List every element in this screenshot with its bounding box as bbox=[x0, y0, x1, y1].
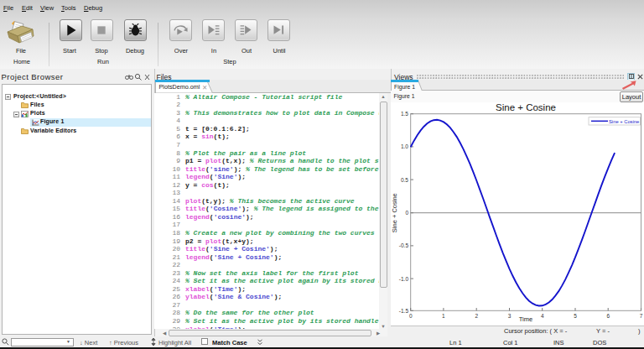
svg-text:6: 6 bbox=[606, 313, 610, 319]
svg-text:1.0: 1.0 bbox=[401, 143, 408, 149]
svg-text:Sine + Cosine: Sine + Cosine bbox=[496, 102, 556, 112]
svg-text:1.5: 1.5 bbox=[401, 111, 408, 117]
svg-text:Sine + Cosine: Sine + Cosine bbox=[392, 193, 399, 232]
svg-text:1: 1 bbox=[442, 313, 445, 319]
svg-text:4: 4 bbox=[541, 313, 544, 319]
svg-text:0.5: 0.5 bbox=[401, 177, 408, 183]
svg-text:0: 0 bbox=[409, 313, 413, 319]
svg-text:Sine + Cosine: Sine + Cosine bbox=[609, 119, 639, 124]
svg-text:3: 3 bbox=[508, 313, 512, 319]
svg-text:Time: Time bbox=[519, 315, 532, 323]
svg-text:0: 0 bbox=[405, 210, 408, 216]
svg-text:-1.5: -1.5 bbox=[399, 308, 409, 314]
svg-text:5: 5 bbox=[574, 313, 577, 319]
svg-text:-1.0: -1.0 bbox=[399, 276, 409, 282]
svg-text:2: 2 bbox=[475, 313, 478, 319]
svg-text:7: 7 bbox=[640, 313, 643, 319]
svg-text:-0.5: -0.5 bbox=[399, 242, 409, 248]
